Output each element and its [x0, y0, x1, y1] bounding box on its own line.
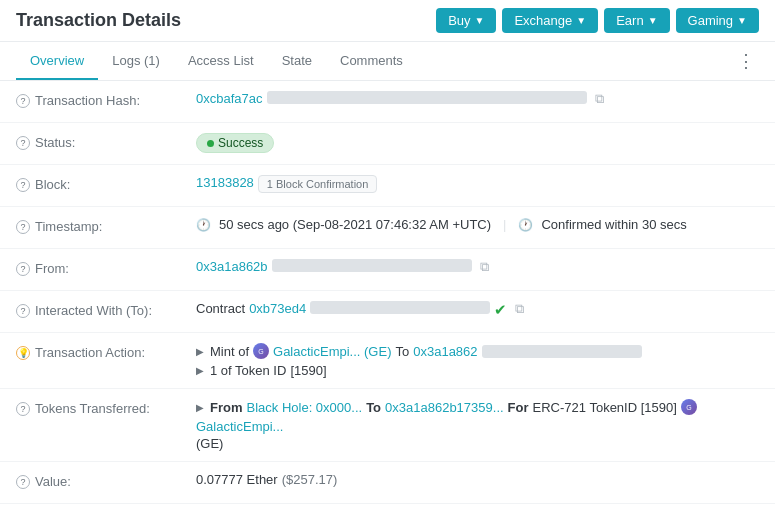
clock-icon: 🕐	[196, 218, 211, 232]
earn-arrow-icon: ▼	[648, 15, 658, 26]
interacted-value: Contract 0xb73ed4 ✔ ⧉	[196, 301, 759, 319]
gaming-button[interactable]: Gaming ▼	[676, 8, 759, 33]
timestamp-help-icon[interactable]: ?	[16, 220, 30, 234]
value-row: ? Value: 0.07777 Ether ($257.17)	[0, 462, 775, 504]
status-value: Success	[196, 133, 759, 153]
action-line-1: ▶ Mint of G GalacticEmpi... (GE) To 0x3a…	[196, 343, 642, 359]
tx-hash-blurred	[267, 91, 587, 104]
transfer-triangle-icon: ▶	[196, 402, 204, 413]
tokens-to-link[interactable]: 0x3a1a862b17359...	[385, 400, 504, 415]
divider: |	[503, 217, 506, 232]
buy-arrow-icon: ▼	[475, 15, 485, 26]
galactic-token-icon: G	[253, 343, 269, 359]
tab-access-list[interactable]: Access List	[174, 43, 268, 80]
more-options-icon[interactable]: ⋮	[733, 42, 759, 80]
timestamp-label: ? Timestamp:	[16, 217, 196, 234]
tab-logs[interactable]: Logs (1)	[98, 43, 174, 80]
tokens-label: ? Tokens Transferred:	[16, 399, 196, 416]
action-token-link[interactable]: GalacticEmpi... (GE)	[273, 344, 391, 359]
value-help-icon[interactable]: ?	[16, 475, 30, 489]
from-address-blurred	[272, 259, 472, 272]
timestamp-value: 🕐 50 secs ago (Sep-08-2021 07:46:32 AM +…	[196, 217, 759, 232]
tx-hash-value: 0xcbafa7ac ⧉	[196, 91, 759, 107]
copy-tx-hash-icon[interactable]: ⧉	[595, 91, 604, 107]
galactic-token-icon-2: G	[681, 399, 697, 415]
tx-hash-link[interactable]: 0xcbafa7ac	[196, 91, 263, 106]
status-label: ? Status:	[16, 133, 196, 150]
tx-hash-help-icon[interactable]: ?	[16, 94, 30, 108]
status-dot	[207, 140, 214, 147]
interacted-help-icon[interactable]: ?	[16, 304, 30, 318]
transfer-line-1: ▶ From Black Hole: 0x000... To 0x3a1a862…	[196, 399, 759, 434]
block-confirm-badge: 1 Block Confirmation	[258, 175, 378, 193]
transaction-details-content: ? Transaction Hash: 0xcbafa7ac ⧉ ? Statu…	[0, 81, 775, 516]
gaming-arrow-icon: ▼	[737, 15, 747, 26]
exchange-arrow-icon: ▼	[576, 15, 586, 26]
block-value: 13183828 1 Block Confirmation	[196, 175, 759, 193]
from-address-link[interactable]: 0x3a1a862b	[196, 259, 268, 274]
tokens-from-link[interactable]: Black Hole: 0x000...	[247, 400, 363, 415]
copy-from-icon[interactable]: ⧉	[480, 259, 489, 275]
interacted-address-link[interactable]: 0xb73ed4	[249, 301, 306, 316]
from-row: ? From: 0x3a1a862b ⧉	[0, 249, 775, 291]
action-address-blurred	[482, 345, 642, 358]
block-row: ? Block: 13183828 1 Block Confirmation	[0, 165, 775, 207]
interacted-address-blurred	[310, 301, 490, 314]
tab-state[interactable]: State	[268, 43, 326, 80]
value-value: 0.07777 Ether ($257.17)	[196, 472, 759, 487]
tabs: Overview Logs (1) Access List State Comm…	[16, 43, 417, 80]
tx-hash-row: ? Transaction Hash: 0xcbafa7ac ⧉	[0, 81, 775, 123]
from-help-icon[interactable]: ?	[16, 262, 30, 276]
timestamp-row: ? Timestamp: 🕐 50 secs ago (Sep-08-2021 …	[0, 207, 775, 249]
from-value: 0x3a1a862b ⧉	[196, 259, 759, 275]
block-help-icon[interactable]: ?	[16, 178, 30, 192]
from-label: ? From:	[16, 259, 196, 276]
confirm-clock-icon: 🕐	[518, 218, 533, 232]
action-help-icon[interactable]: 💡	[16, 346, 30, 360]
action-line-2: ▶ 1 of Token ID [1590]	[196, 363, 327, 378]
buy-button[interactable]: Buy ▼	[436, 8, 496, 33]
status-badge: Success	[196, 133, 274, 153]
status-row: ? Status: Success	[0, 123, 775, 165]
status-help-icon[interactable]: ?	[16, 136, 30, 150]
tab-comments[interactable]: Comments	[326, 43, 417, 80]
exchange-button[interactable]: Exchange ▼	[502, 8, 598, 33]
tokens-value: ▶ From Black Hole: 0x000... To 0x3a1a862…	[196, 399, 759, 451]
action-value: ▶ Mint of G GalacticEmpi... (GE) To 0x3a…	[196, 343, 759, 378]
tx-hash-label: ? Transaction Hash:	[16, 91, 196, 108]
interacted-label: ? Interacted With (To):	[16, 301, 196, 318]
fee-row: ? Transaction Fee: 0.00643521037505506 E…	[0, 504, 775, 516]
page-title: Transaction Details	[16, 10, 181, 31]
action-label: 💡 Transaction Action:	[16, 343, 196, 360]
top-buttons: Buy ▼ Exchange ▼ Earn ▼ Gaming ▼	[436, 8, 759, 33]
value-label: ? Value:	[16, 472, 196, 489]
tab-overview[interactable]: Overview	[16, 43, 98, 80]
top-bar: Transaction Details Buy ▼ Exchange ▼ Ear…	[0, 0, 775, 42]
verified-check-icon: ✔	[494, 301, 507, 319]
tabs-bar: Overview Logs (1) Access List State Comm…	[0, 42, 775, 81]
tokens-help-icon[interactable]: ?	[16, 402, 30, 416]
action-to-address-link[interactable]: 0x3a1a862	[413, 344, 477, 359]
tokens-galactic-link[interactable]: GalacticEmpi...	[196, 419, 283, 434]
copy-interacted-icon[interactable]: ⧉	[515, 301, 524, 317]
interacted-row: ? Interacted With (To): Contract 0xb73ed…	[0, 291, 775, 333]
action-triangle-icon: ▶	[196, 346, 204, 357]
tokens-row: ? Tokens Transferred: ▶ From Black Hole:…	[0, 389, 775, 462]
earn-button[interactable]: Earn ▼	[604, 8, 669, 33]
block-number-link[interactable]: 13183828	[196, 175, 254, 190]
block-label: ? Block:	[16, 175, 196, 192]
transfer-line-2: (GE)	[196, 436, 223, 451]
action-triangle-2-icon: ▶	[196, 365, 204, 376]
action-row: 💡 Transaction Action: ▶ Mint of G Galact…	[0, 333, 775, 389]
